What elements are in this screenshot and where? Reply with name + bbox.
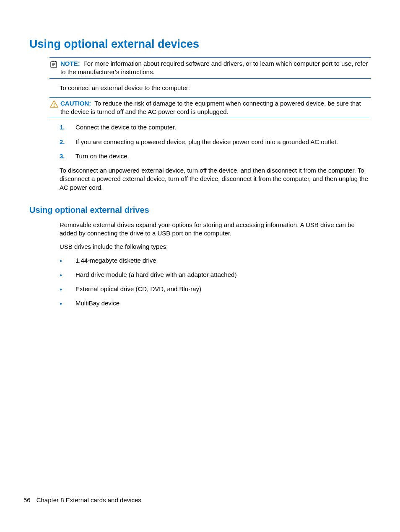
- step-number: 1.: [60, 123, 75, 132]
- chapter-label: Chapter 8 External cards and devices: [36, 496, 141, 504]
- step-text: Turn on the device.: [75, 152, 129, 160]
- svg-point-2: [54, 106, 55, 106]
- bullet-icon: ●: [60, 285, 75, 293]
- bullet-icon: ●: [60, 271, 75, 279]
- bullet-icon: ●: [60, 256, 75, 265]
- list-item-text: 1.44-megabyte diskette drive: [75, 256, 156, 265]
- note-text: For more information about required soft…: [60, 60, 368, 75]
- disconnect-para: To disconnect an unpowered external devi…: [60, 166, 371, 192]
- list-item: ●Hard drive module (a hard drive with an…: [60, 271, 371, 279]
- intro-text: To connect an external device to the com…: [60, 84, 371, 92]
- step-text: Connect the device to the computer.: [75, 123, 176, 132]
- steps-list: 1.Connect the device to the computer. 2.…: [60, 123, 371, 160]
- caution-text: To reduce the risk of damage to the equi…: [60, 100, 361, 115]
- bullet-icon: ●: [60, 299, 75, 307]
- note-callout: NOTE:For more information about required…: [49, 57, 371, 79]
- subheading: Using optional external drives: [29, 205, 371, 215]
- step-item: 1.Connect the device to the computer.: [60, 123, 371, 132]
- step-item: 2.If you are connecting a powered device…: [60, 138, 371, 146]
- step-item: 3.Turn on the device.: [60, 152, 371, 160]
- drives-para-1: Removable external drives expand your op…: [60, 221, 371, 238]
- list-item: ●1.44-megabyte diskette drive: [60, 256, 371, 265]
- drive-types-list: ●1.44-megabyte diskette drive ●Hard driv…: [60, 256, 371, 308]
- step-number: 2.: [60, 138, 75, 146]
- list-item: ●MultiBay device: [60, 299, 371, 307]
- step-number: 3.: [60, 152, 75, 160]
- caution-callout: CAUTION:To reduce the risk of damage to …: [49, 97, 371, 119]
- list-item: ●External optical drive (CD, DVD, and Bl…: [60, 285, 371, 293]
- page-footer: 56Chapter 8 External cards and devices: [23, 496, 141, 504]
- page-number: 56: [23, 496, 31, 504]
- list-item-text: Hard drive module (a hard drive with an …: [75, 271, 236, 279]
- caution-icon: [49, 100, 59, 108]
- step-text: If you are connecting a powered device, …: [75, 138, 338, 146]
- list-item-text: External optical drive (CD, DVD, and Blu…: [75, 285, 201, 293]
- page-heading: Using optional external devices: [29, 38, 371, 51]
- list-item-text: MultiBay device: [75, 299, 119, 307]
- note-icon: [49, 60, 59, 68]
- note-label: NOTE:: [60, 60, 80, 67]
- caution-label: CAUTION:: [60, 100, 91, 107]
- drives-para-2: USB drives include the following types:: [60, 243, 371, 251]
